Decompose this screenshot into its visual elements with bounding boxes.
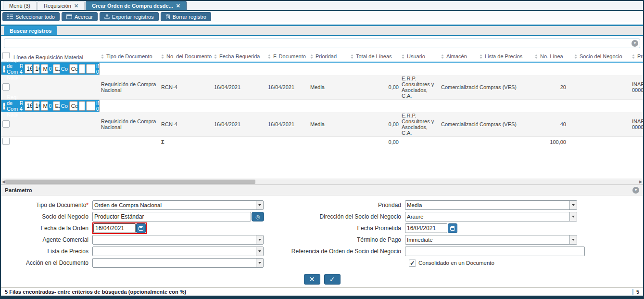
lista-precios-select[interactable]: Compras (VES) [69, 101, 77, 111]
col-header: Tipo de Documento [106, 53, 152, 59]
sort-icon[interactable] [480, 54, 482, 59]
f-documento-input[interactable] [33, 64, 39, 74]
select-all-button[interactable]: Seleccionar todo [2, 12, 60, 21]
collapse-icon[interactable]: ▾ [632, 187, 639, 194]
usuario-select[interactable]: E.R.P. Consulto [53, 64, 59, 74]
row-checkbox[interactable] [2, 138, 10, 145]
col-header: Fecha Requerida [219, 53, 260, 59]
col-header[interactable]: Línea de Requisición Material [13, 54, 83, 60]
sort-icon[interactable] [268, 54, 271, 59]
delete-button[interactable]: Borrar registro [161, 12, 211, 21]
tab-buscar-registros[interactable]: Buscar registros [4, 26, 57, 35]
parameter-form: Tipo de Documento* Orden de Compra Nacio… [1, 195, 643, 272]
referencia-orden-input[interactable] [405, 247, 585, 256]
fecha-requerida-input[interactable] [25, 101, 32, 111]
sort-icon[interactable] [161, 54, 164, 59]
trash-icon [165, 14, 170, 19]
row-checkbox[interactable] [2, 83, 10, 91]
close-icon[interactable]: ✕ [74, 3, 78, 9]
f-documento-input[interactable] [33, 101, 39, 111]
sort-icon[interactable] [441, 54, 444, 59]
tipo-documento-select[interactable]: Orden de Compra Nacional [92, 200, 264, 210]
record-lookup-icon[interactable]: ◎ [252, 212, 264, 221]
table-row[interactable]: Requisición de Compra Nacional RCN-4 16/… [1, 75, 643, 100]
app-window: Menú (3) Requisición ✕ Crear Órden de Co… [0, 0, 644, 299]
sort-icon[interactable] [351, 54, 354, 59]
list-check-icon [7, 14, 13, 19]
search-input[interactable] [4, 39, 631, 47]
search-tab-strip: Buscar registros [1, 25, 643, 36]
sort-icon[interactable] [535, 54, 538, 59]
direccion-socio-select[interactable]: Araure [405, 212, 577, 221]
prioridad-select[interactable]: Media [41, 64, 47, 74]
table-row[interactable]: Requisición de Compra Nacional RCN-4 Med… [1, 63, 100, 75]
agente-comercial-select[interactable] [92, 235, 264, 245]
tab-menu[interactable]: Menú (3) [3, 1, 37, 10]
parameter-header: Parámetro ▾ [1, 185, 643, 195]
calendar-icon[interactable] [448, 223, 457, 233]
usuario-select[interactable]: E.R.P. Consulto [53, 101, 59, 111]
sort-icon[interactable] [632, 54, 635, 59]
chevron-down-icon [256, 235, 263, 244]
field-label: Lista de Precios [1, 248, 92, 255]
col-header: F. Documento [273, 53, 306, 59]
fecha-orden-highlight [92, 222, 147, 234]
cancel-button[interactable]: ✕ [304, 274, 320, 285]
no-linea-input[interactable] [79, 101, 85, 111]
no-linea-input[interactable] [79, 64, 85, 74]
field-label: Socio del Negocio [1, 213, 92, 220]
tab-crear-orden-label: Crear Órden de Compra desde... [92, 3, 173, 9]
sum-no-linea: 100,00 [533, 137, 573, 147]
scrollbar-thumb[interactable] [5, 180, 255, 184]
horizontal-scrollbar[interactable]: ◀ ▶ [1, 179, 643, 185]
ok-button[interactable]: ✓ [324, 274, 341, 285]
sort-icon[interactable] [101, 54, 104, 59]
field-label: Dirección del Socio del Negocio [290, 213, 405, 220]
chevron-down-icon [256, 201, 263, 209]
socio-negocio-input[interactable] [86, 64, 94, 74]
col-header: Total de Líneas [356, 53, 392, 59]
prioridad-select-param[interactable]: Media [405, 200, 577, 210]
termino-pago-select[interactable]: Immediate [405, 235, 577, 245]
calendar-icon[interactable] [136, 223, 146, 233]
sort-icon[interactable] [574, 54, 577, 59]
table-row[interactable]: Requisición de Compra Nacional RCN-4 Med… [1, 100, 100, 112]
tab-crear-orden[interactable]: Crear Órden de Compra desde... ✕ [86, 1, 187, 10]
consolidado-label: Consolidado en un Documento [418, 260, 494, 266]
col-header: Prioridad [316, 53, 337, 59]
sort-icon[interactable] [310, 54, 313, 59]
field-label: Término de Pago [290, 236, 405, 243]
col-header: Almacén [446, 53, 467, 59]
sort-icon[interactable] [214, 54, 217, 59]
fecha-orden-input[interactable] [93, 223, 136, 233]
prioridad-select[interactable]: Media [41, 101, 47, 111]
toolbar: Seleccionar todo Acercar Exportar regist… [1, 11, 643, 22]
tab-requisicion[interactable]: Requisición ✕ [38, 1, 85, 10]
zoom-button[interactable]: Acercar [62, 12, 98, 21]
window-tab-bar: Menú (3) Requisición ✕ Crear Órden de Co… [1, 1, 643, 11]
lista-precios-select-param[interactable] [92, 247, 264, 256]
close-icon[interactable]: ✕ [176, 3, 180, 9]
row-checkbox[interactable] [2, 120, 10, 128]
fecha-requerida-input[interactable] [25, 64, 32, 74]
socio-negocio-input[interactable] [86, 101, 94, 111]
field-label: Referencia de Orden de Socio del Negocio [290, 248, 405, 255]
lista-precios-select[interactable]: Compras (VES) [69, 64, 77, 74]
search-options-icon[interactable]: ▾ [631, 40, 638, 47]
export-button[interactable]: Exportar registros [100, 12, 159, 21]
col-header: Socio del Negocio [580, 53, 622, 59]
window-bottom-border [1, 296, 643, 299]
sum-total: 0,00 [349, 137, 400, 147]
sort-icon[interactable] [402, 54, 404, 59]
fecha-prometida-input[interactable] [405, 223, 447, 233]
col-header: Usuario [407, 53, 425, 59]
status-divider [632, 289, 633, 295]
chevron-down-icon [569, 201, 577, 209]
consolidado-checkbox[interactable] [409, 260, 416, 267]
table-row[interactable]: Requisición de Compra Nacional RCN-4 16/… [1, 112, 643, 137]
socio-negocio-field[interactable] [92, 212, 251, 221]
totals-row: Σ 0,00 100,00 [1, 137, 643, 147]
chevron-down-icon [569, 235, 577, 244]
accion-documento-select[interactable] [92, 258, 264, 268]
scroll-right-icon[interactable]: ▶ [638, 180, 643, 184]
